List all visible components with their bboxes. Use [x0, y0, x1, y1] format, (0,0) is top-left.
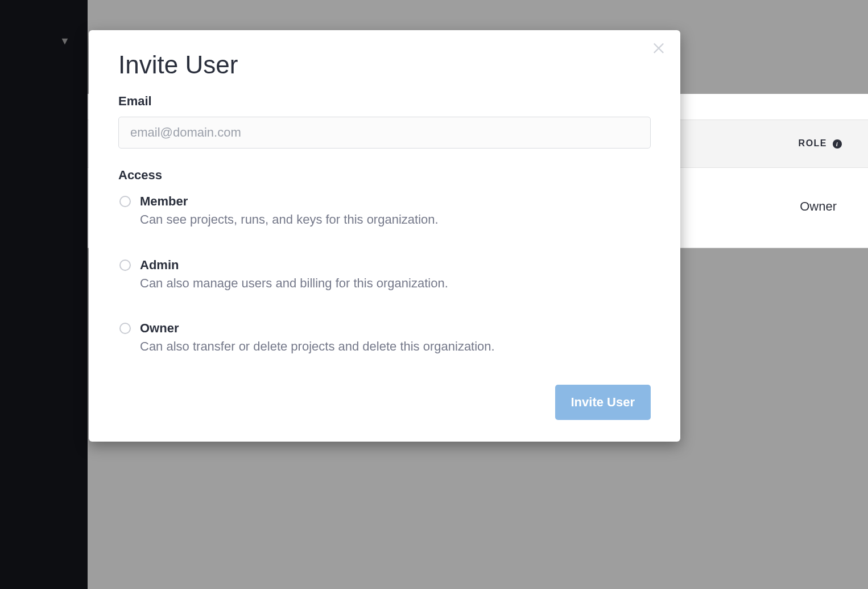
close-icon[interactable]: [651, 39, 667, 55]
role-option-description: Can also transfer or delete projects and…: [140, 338, 651, 355]
radio-icon: [119, 260, 131, 271]
invite-user-modal: Invite User Email Access Member Can see …: [89, 30, 680, 442]
role-column-label: ROLE: [799, 138, 827, 148]
role-option-title: Admin: [140, 258, 651, 273]
row-role-value: Owner: [800, 199, 837, 214]
role-option-title: Member: [140, 194, 651, 209]
chevron-down-icon[interactable]: ▼: [60, 35, 70, 47]
role-option-admin[interactable]: Admin Can also manage users and billing …: [119, 258, 651, 292]
radio-icon: [119, 196, 131, 207]
modal-title: Invite User: [118, 51, 651, 79]
invite-user-button[interactable]: Invite User: [555, 385, 651, 420]
modal-footer: Invite User: [118, 385, 651, 420]
role-option-description: Can also manage users and billing for th…: [140, 275, 651, 292]
role-option-description: Can see projects, runs, and keys for thi…: [140, 211, 651, 228]
access-radio-group: Member Can see projects, runs, and keys …: [118, 194, 651, 355]
role-column-header: ROLE i: [799, 138, 842, 149]
role-option-owner[interactable]: Owner Can also transfer or delete projec…: [119, 321, 651, 355]
sidebar: ▼: [0, 0, 88, 589]
email-label: Email: [118, 94, 651, 109]
email-field[interactable]: [118, 117, 651, 149]
access-label: Access: [118, 168, 651, 183]
info-icon[interactable]: i: [833, 139, 842, 149]
role-option-title: Owner: [140, 321, 651, 336]
role-option-member[interactable]: Member Can see projects, runs, and keys …: [119, 194, 651, 228]
radio-icon: [119, 323, 131, 334]
